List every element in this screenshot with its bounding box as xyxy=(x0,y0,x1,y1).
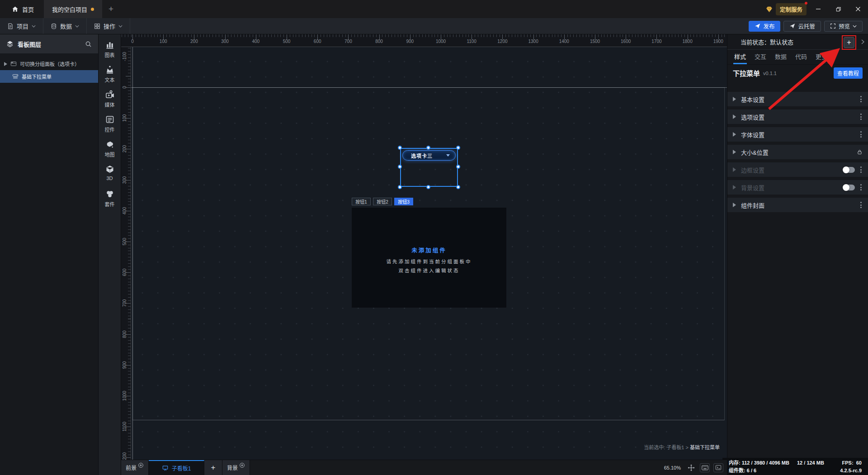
ruler-h-label: 1200 xyxy=(497,39,507,44)
caret-right-icon xyxy=(733,185,736,190)
component-tab-charts[interactable]: 图表 xyxy=(99,40,121,65)
section-font-settings[interactable]: 字体设置 xyxy=(727,127,868,142)
group-panel-empty[interactable]: 未添加组件 请先添加组件到当前分组面板中 双击组件进入编辑状态 xyxy=(352,208,506,308)
tutorial-button[interactable]: 查看教程 xyxy=(834,67,863,79)
layer-item-dropdown[interactable]: 基础下拉菜单 xyxy=(0,70,98,83)
caret-right-icon[interactable] xyxy=(4,62,7,66)
search-icon[interactable] xyxy=(85,41,92,48)
menu-project[interactable]: 项目 xyxy=(0,18,43,34)
menubar-actions: 发布 云托管 预览 xyxy=(749,21,868,32)
caret-right-icon xyxy=(733,150,736,154)
kebab-menu-icon[interactable] xyxy=(859,166,863,174)
component-bar: 图表 文本 媒体 控件 地图 xyxy=(99,34,121,475)
close-button[interactable] xyxy=(848,0,868,18)
dropdown-value: 选项卡三 xyxy=(411,152,433,159)
ruler-v-label: 100 xyxy=(122,114,127,122)
preview-button[interactable]: 预览 xyxy=(824,21,863,32)
maximize-button[interactable] xyxy=(828,0,848,18)
database-icon xyxy=(51,23,57,29)
zoom-level[interactable]: 65.10% xyxy=(664,460,686,475)
chevron-down-icon xyxy=(118,25,123,28)
border-toggle-off[interactable] xyxy=(843,167,855,173)
kebab-menu-icon[interactable] xyxy=(859,113,863,121)
kebab-menu-icon[interactable] xyxy=(859,130,863,138)
menubar: 项目 数据 操作 xyxy=(0,18,868,34)
shortcut-keyboard-button[interactable] xyxy=(700,463,710,472)
component-tab-map[interactable]: 地图 xyxy=(99,140,121,165)
lock-icon[interactable] xyxy=(857,149,863,155)
dropdown-select[interactable]: 选项卡三 xyxy=(402,150,456,161)
component-tab-media[interactable]: 媒体 xyxy=(99,90,121,115)
section-border-settings[interactable]: 边框设置 xyxy=(727,162,868,177)
section-component-cover[interactable]: 组件封面 xyxy=(727,198,868,212)
menu-data[interactable]: 数据 xyxy=(43,18,87,34)
resize-handle-top[interactable] xyxy=(426,146,430,150)
tab-button-1[interactable]: 按钮1 xyxy=(352,198,371,205)
resize-handle-top-right[interactable] xyxy=(456,146,460,150)
resize-handle-bottom[interactable] xyxy=(426,185,430,189)
component-tab-text[interactable]: 文本 xyxy=(99,65,121,90)
caret-right-icon xyxy=(733,114,736,119)
section-background-settings[interactable]: 背景设置 xyxy=(727,180,868,195)
tab-code[interactable]: 代码 xyxy=(794,50,808,64)
selection-breadcrumb: 当前选中: 子看板1 > 基础下拉菜单 xyxy=(644,443,720,451)
ruler-h-label: 300 xyxy=(221,39,229,44)
resize-handle-left[interactable] xyxy=(398,165,402,169)
ruler-v-label: 500 xyxy=(122,238,127,246)
layer-item-tab-panel[interactable]: 可切换分组面板（选项卡） xyxy=(0,57,98,70)
resize-handle-bottom-right[interactable] xyxy=(456,185,460,189)
section-basic-settings[interactable]: 基本设置 xyxy=(727,92,868,106)
terminal-button[interactable] xyxy=(713,463,723,472)
minimize-button[interactable] xyxy=(808,0,828,18)
caret-right-icon xyxy=(733,97,736,101)
section-size-position[interactable]: 大小&位置 xyxy=(727,145,868,159)
state-label: 当前状态： xyxy=(741,38,770,46)
layers-panel-title: 看板图层 xyxy=(18,40,41,48)
background-layer-button[interactable]: 背景 xyxy=(222,460,250,475)
resize-handle-top-left[interactable] xyxy=(398,146,402,150)
board-tab-active[interactable]: 子看板1 xyxy=(149,460,204,475)
component-tab-3d[interactable]: 3D xyxy=(99,165,121,190)
cloud-hosting-button[interactable]: 云托管 xyxy=(783,21,821,32)
menu-actions[interactable]: 操作 xyxy=(87,18,130,34)
background-toggle-off[interactable] xyxy=(843,185,855,190)
kebab-menu-icon[interactable] xyxy=(859,201,863,209)
selected-dropdown-component[interactable]: 选项卡三 xyxy=(400,148,458,187)
ruler-v-label: 300 xyxy=(122,176,127,184)
kebab-menu-icon[interactable] xyxy=(859,95,863,103)
section-option-settings[interactable]: 选项设置 xyxy=(727,109,868,124)
chevron-right-icon[interactable] xyxy=(861,39,864,44)
ruler-h-label: 100 xyxy=(160,39,167,44)
tab-style[interactable]: 样式 xyxy=(733,50,747,64)
project-tab[interactable]: 我的空白项目 xyxy=(44,0,102,18)
resize-handle-right[interactable] xyxy=(456,165,460,169)
ruler-h-label: 1900 xyxy=(713,39,723,44)
publish-button[interactable]: 发布 xyxy=(749,21,780,32)
kebab-menu-icon[interactable] xyxy=(859,183,863,191)
board-bar-spacer xyxy=(250,460,664,475)
component-tab-kit[interactable]: 套件 xyxy=(99,190,121,214)
circle-plus-icon[interactable] xyxy=(239,462,245,468)
add-board-button[interactable]: + xyxy=(204,460,222,475)
circle-plus-icon[interactable] xyxy=(138,462,144,468)
tab-more[interactable]: 更多 xyxy=(815,50,828,64)
canvas-area[interactable]: 0100200300400500600700800900100011001200… xyxy=(121,34,727,475)
home-tab[interactable]: 首页 xyxy=(0,0,44,18)
ruler-h-label: 400 xyxy=(252,39,259,44)
tab-button-3[interactable]: 按钮3 xyxy=(394,198,413,205)
ruler-h-label: 200 xyxy=(190,39,198,44)
component-tab-widgets[interactable]: 控件 xyxy=(99,115,121,140)
tab-data[interactable]: 数据 xyxy=(774,50,788,64)
origin-line-vertical xyxy=(132,47,133,460)
custom-service-button[interactable]: 定制服务 xyxy=(764,3,808,15)
add-state-button[interactable]: + xyxy=(844,37,854,48)
tab-interaction[interactable]: 交互 xyxy=(754,50,767,64)
foreground-layer-button[interactable]: 前景 xyxy=(121,460,149,475)
resize-handle-bottom-left[interactable] xyxy=(398,185,402,189)
settings-tabs: 样式 交互 数据 代码 更多 xyxy=(727,50,868,65)
empty-panel-line: 请先添加组件到当前分组面板中 xyxy=(387,258,472,265)
new-tab-button[interactable]: + xyxy=(102,0,120,18)
ruler-h-label: 800 xyxy=(375,39,383,44)
fit-screen-button[interactable] xyxy=(686,463,696,472)
tab-button-2[interactable]: 按钮2 xyxy=(373,198,392,205)
